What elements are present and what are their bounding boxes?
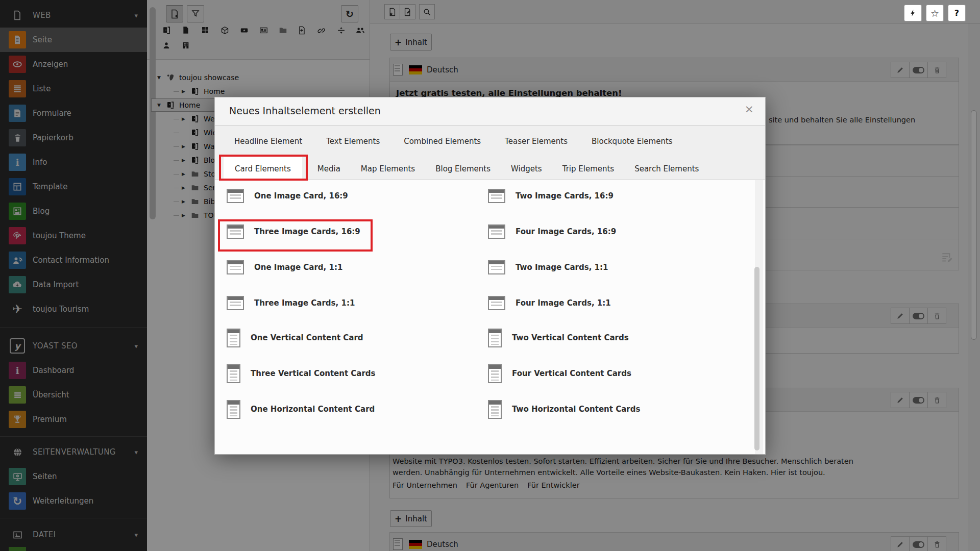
- annotation-three-image-cards: [218, 219, 373, 252]
- option-one-image-card-169[interactable]: One Image Card, 16:9: [227, 186, 348, 206]
- typo3-backend: WEB ▾ Seite Anzeigen Liste Formulare: [0, 0, 980, 551]
- card-element-icon: [488, 189, 505, 203]
- close-icon[interactable]: ×: [745, 104, 754, 115]
- tab-headline-element[interactable]: Headline Element: [234, 137, 302, 146]
- modal-header: Neues Inhaltselement erstellen ×: [215, 97, 765, 126]
- option-three-vertical-content-cards[interactable]: Three Vertical Content Cards: [227, 363, 376, 384]
- card-element-icon: [227, 189, 244, 203]
- card-element-icon: [488, 224, 505, 239]
- option-one-image-card-11[interactable]: One Image Card, 1:1: [227, 257, 342, 278]
- card-element-icon: [227, 329, 240, 347]
- option-two-image-cards-11[interactable]: Two Image Cards, 1:1: [488, 257, 608, 278]
- bookmark-button[interactable]: ☆: [926, 5, 944, 21]
- tab-media[interactable]: Media: [317, 164, 340, 173]
- card-element-icon: [227, 260, 244, 274]
- star-icon: ☆: [930, 8, 939, 19]
- card-element-icon: [488, 400, 502, 419]
- tab-search-elements[interactable]: Search Elements: [634, 164, 699, 173]
- tab-row-1: Headline Element Text Elements Combined …: [234, 137, 673, 146]
- tab-blog-elements[interactable]: Blog Elements: [435, 164, 491, 173]
- annotation-card-elements-tab: [219, 155, 308, 181]
- tab-blockquote-elements[interactable]: Blockquote Elements: [592, 137, 673, 146]
- tab-widgets[interactable]: Widgets: [511, 164, 542, 173]
- card-element-icon: [488, 364, 502, 383]
- quick-actions-button[interactable]: [904, 5, 922, 21]
- option-two-vertical-content-cards[interactable]: Two Vertical Content Cards: [488, 328, 629, 348]
- option-one-horizontal-content-card[interactable]: One Horizontal Content Card: [227, 399, 375, 419]
- tab-teaser-elements[interactable]: Teaser Elements: [505, 137, 568, 146]
- card-element-icon: [488, 260, 505, 274]
- option-one-vertical-content-card[interactable]: One Vertical Content Card: [227, 328, 363, 348]
- option-four-image-cards-169[interactable]: Four Image Cards, 16:9: [488, 221, 616, 242]
- option-four-image-cards-11[interactable]: Four Image Cards, 1:1: [488, 293, 611, 313]
- card-element-icon: [488, 296, 505, 310]
- help-button[interactable]: ?: [948, 5, 966, 21]
- tab-combined-elements[interactable]: Combined Elements: [404, 137, 481, 146]
- option-three-image-cards-11[interactable]: Three Image Cards, 1:1: [227, 293, 355, 313]
- tab-text-elements[interactable]: Text Elements: [326, 137, 380, 146]
- tab-map-elements[interactable]: Map Elements: [361, 164, 415, 173]
- question-icon: ?: [954, 8, 959, 18]
- option-two-horizontal-content-cards[interactable]: Two Horizontal Content Cards: [488, 399, 640, 419]
- modal-title: Neues Inhaltselement erstellen: [229, 105, 381, 116]
- card-element-icon: [227, 296, 244, 310]
- tab-trip-elements[interactable]: Trip Elements: [562, 164, 615, 173]
- option-two-image-cards-169[interactable]: Two Image Cards, 16:9: [488, 186, 614, 206]
- option-four-vertical-content-cards[interactable]: Four Vertical Content Cards: [488, 363, 631, 384]
- modal-scrollbar-thumb[interactable]: [754, 267, 760, 450]
- card-element-icon: [488, 329, 502, 347]
- card-element-icon: [227, 400, 240, 419]
- card-element-icon: [227, 364, 240, 383]
- new-content-element-modal: Neues Inhaltselement erstellen × Headlin…: [214, 97, 766, 455]
- modal-scrollbar-track[interactable]: [755, 180, 763, 454]
